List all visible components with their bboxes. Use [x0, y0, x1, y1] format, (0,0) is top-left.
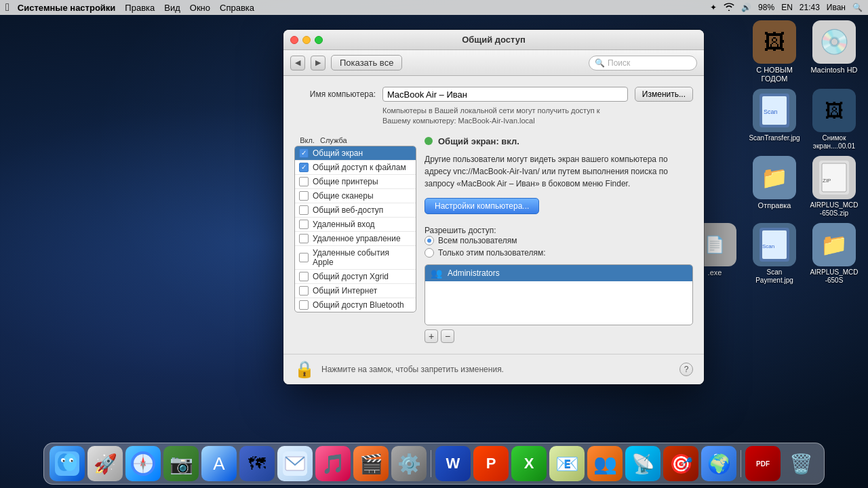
service-checkbox-3[interactable]	[299, 191, 309, 201]
language-flag[interactable]: EN	[781, 3, 793, 12]
dock-item-wifi[interactable]: 📡	[625, 446, 660, 481]
service-checkbox-2[interactable]	[299, 177, 309, 186]
close-button[interactable]	[290, 36, 298, 44]
menubar-window[interactable]: Окно	[190, 3, 210, 13]
service-checkbox-6[interactable]	[299, 234, 309, 243]
desktop-icon-row-3: 📄 .exe Scan ScanPayment.jpg 📁 AIRPLUS_MC…	[688, 223, 861, 285]
menubar-help[interactable]: Справка	[220, 3, 254, 13]
volume-icon[interactable]: 🔊	[741, 3, 751, 12]
desktop-icon-scan-payment[interactable]: Scan ScanPayment.jpg	[747, 223, 802, 285]
dock-item-iphoto[interactable]: 📷	[163, 446, 199, 481]
show-all-button[interactable]: Показать все	[331, 55, 402, 70]
service-checkbox-10[interactable]	[299, 300, 309, 310]
search-placeholder: Поиск	[608, 58, 630, 68]
search-icon: 🔍	[595, 58, 605, 68]
service-item-6[interactable]: Удаленное управление	[295, 232, 416, 246]
lock-icon-wrap[interactable]: 🔒	[294, 360, 315, 379]
dock-item-maps[interactable]: 🗺	[239, 446, 275, 481]
service-checkbox-0[interactable]: ✓	[299, 148, 309, 158]
radio-all-users[interactable]: Всем пользователям	[425, 236, 693, 245]
access-section: Разрешить доступ: Всем пользователям Тол…	[425, 224, 693, 258]
service-item-4[interactable]: Общий веб-доступ	[295, 203, 416, 218]
dock-item-appstore[interactable]: A	[201, 446, 237, 481]
service-name-0: Общий экран	[313, 148, 363, 158]
dock-item-trash[interactable]: 🗑️	[783, 446, 818, 481]
computer-name-input[interactable]	[382, 87, 628, 102]
desktop-icon-newYear[interactable]: 🖼 С НОВЫМГОДОМ	[747, 20, 802, 83]
service-checkbox-7[interactable]	[299, 253, 309, 262]
help-button[interactable]: ?	[679, 363, 693, 376]
radio-btn-all[interactable]	[425, 236, 434, 245]
menubar-edit[interactable]: Правка	[125, 3, 155, 13]
apple-menu[interactable]: 	[5, 1, 9, 14]
col-on-label: Вкл.	[294, 136, 320, 144]
maximize-button[interactable]	[315, 36, 323, 44]
desktop-icon-macintosh-hd[interactable]: 💿 Macintosh HD	[807, 20, 861, 83]
service-name-8: Общий доступ Xgrid	[313, 272, 389, 281]
service-checkbox-5[interactable]	[299, 220, 309, 229]
service-name-9: Общий Интернет	[313, 286, 377, 296]
service-item-2[interactable]: Общие принтеры	[295, 175, 416, 189]
remove-user-button[interactable]: −	[441, 329, 454, 343]
menubar-system-prefs[interactable]: Системные настройки	[18, 3, 116, 13]
dock-item-bootcamp[interactable]: 🎯	[663, 446, 698, 481]
main-panels: Вкл. Служба ✓ Общий экран ✓ Общий доступ…	[294, 136, 693, 343]
service-checkbox-4[interactable]	[299, 205, 309, 215]
spotlight-icon[interactable]: 🔍	[852, 3, 863, 12]
service-checkbox-9[interactable]	[299, 286, 309, 296]
wifi-menubar-icon[interactable]	[724, 3, 734, 13]
add-user-button[interactable]: +	[425, 329, 438, 343]
service-checkbox-1[interactable]: ✓	[299, 163, 309, 172]
desktop-icon-airplus-zip[interactable]: ZIP AIRPLUS_MCD-650S.zip	[807, 156, 861, 218]
lock-icon[interactable]: 🔒	[294, 360, 315, 379]
status-dot	[425, 137, 433, 145]
service-item-9[interactable]: Общий Интернет	[295, 284, 416, 298]
desktop-icon-screenshot[interactable]: 🖼 Снимокэкран....00.01	[807, 89, 861, 150]
service-checkbox-8[interactable]	[299, 272, 309, 281]
dock-item-mail[interactable]	[277, 446, 313, 481]
dock-item-contacts[interactable]: 👥	[587, 446, 623, 481]
dock-item-word[interactable]: W	[435, 446, 471, 481]
dock-item-prefs[interactable]: ⚙️	[391, 446, 427, 481]
dock-item-pdf[interactable]: PDF	[745, 446, 781, 481]
computer-settings-button[interactable]: Настройки компьютера...	[425, 198, 539, 214]
service-item-0[interactable]: ✓ Общий экран	[295, 146, 416, 161]
dock-item-itunes[interactable]: 🎵	[315, 446, 351, 481]
change-button[interactable]: Изменить...	[635, 87, 693, 102]
bluetooth-icon[interactable]: ✦	[710, 3, 717, 12]
service-name-1: Общий доступ к файлам	[313, 163, 406, 172]
user-list-item-0[interactable]: 👥 Administrators	[425, 265, 692, 281]
minimize-button[interactable]	[302, 36, 311, 44]
battery-indicator[interactable]: 98%	[758, 3, 774, 12]
desktop-icon-airplus-650s[interactable]: 📁 AIRPLUS_MCD-650S	[807, 223, 861, 285]
menubar-view[interactable]: Вид	[164, 3, 180, 13]
services-header: Вкл. Служба	[294, 136, 416, 144]
lock-text[interactable]: Нажмите на замок, чтобы запретить измене…	[321, 365, 504, 374]
dock-item-mail2[interactable]: 📧	[549, 446, 585, 481]
dock-separator	[431, 450, 431, 477]
desktop-icon-otpravka[interactable]: 📁 Отправка	[747, 156, 802, 218]
radio-btn-these[interactable]	[425, 248, 434, 258]
radio-these-label: Только этим пользователям:	[438, 248, 546, 258]
service-item-5[interactable]: Удаленный вход	[295, 218, 416, 232]
dock-item-launchpad[interactable]: 🚀	[87, 446, 123, 481]
desktop-icon-scan-transfer[interactable]: Scan ScanTransfer.jpg	[747, 89, 802, 150]
dock-item-imovie[interactable]: 🎬	[353, 446, 389, 481]
dock-item-browser[interactable]: 🌍	[701, 446, 736, 481]
dock-item-safari[interactable]	[125, 446, 161, 481]
service-item-7[interactable]: Удаленные события Apple	[295, 246, 416, 270]
radio-these-users[interactable]: Только этим пользователям:	[425, 248, 693, 258]
users-list-box[interactable]: 👥 Administrators	[425, 264, 693, 325]
back-button[interactable]: ◀	[290, 56, 305, 70]
svg-point-14	[63, 460, 65, 462]
dock-item-powerpoint[interactable]: P	[473, 446, 509, 481]
service-item-3[interactable]: Общие сканеры	[295, 189, 416, 203]
toolbar-search[interactable]: 🔍 Поиск	[589, 56, 697, 70]
service-item-8[interactable]: Общий доступ Xgrid	[295, 270, 416, 284]
service-item-10[interactable]: Общий доступ Bluetooth	[295, 298, 416, 312]
dock-item-finder[interactable]	[50, 446, 85, 481]
forward-button[interactable]: ▶	[311, 56, 326, 70]
detail-status: Общий экран: вкл.	[425, 136, 693, 146]
dock-item-excel[interactable]: X	[511, 446, 547, 481]
service-item-1[interactable]: ✓ Общий доступ к файлам	[295, 161, 416, 175]
